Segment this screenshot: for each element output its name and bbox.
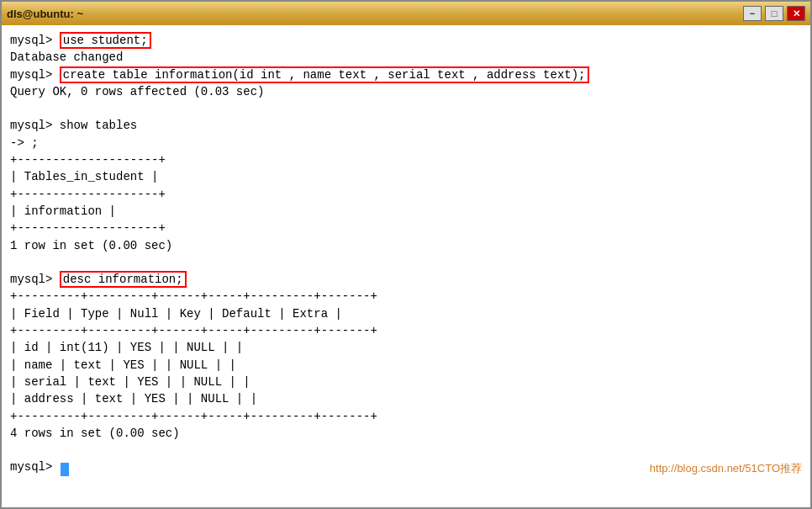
terminal-line: | name | text | YES | | NULL | | (10, 357, 802, 374)
terminal-line: | Tables_in_student | (10, 168, 802, 185)
maximize-button[interactable]: □ (765, 6, 783, 21)
prompt: mysql> (10, 460, 60, 474)
watermark: http://blog.csdn.net/51CTO推荐 (650, 461, 802, 477)
terminal-line: +--------------------+ (10, 151, 802, 168)
terminal-line: +--------------------+ (10, 220, 802, 236)
cursor (61, 463, 69, 476)
terminal-line: +---------+---------+------+-----+------… (10, 322, 802, 339)
terminal-line: | information | (10, 203, 802, 220)
terminal-line: mysql> create table information(id int ,… (10, 66, 802, 83)
minimize-button[interactable]: − (743, 6, 762, 21)
terminal-line: | address | text | YES | | NULL | | (10, 390, 802, 407)
terminal-content: mysql> use student;Database changedmysql… (10, 32, 802, 476)
title-bar: dls@ubuntu: ~ − □ ✕ (2, 2, 810, 25)
command-boxed: create table information(id int , name t… (60, 66, 589, 83)
prompt: mysql> (10, 273, 60, 286)
terminal-line: Database changed (10, 49, 802, 66)
window-title: dls@ubuntu: ~ (7, 8, 83, 20)
terminal-line: mysql> use student; (10, 32, 802, 49)
terminal-line: +--------------------+ (10, 186, 802, 203)
terminal-line: 4 rows in set (0.00 sec) (10, 425, 802, 442)
command-boxed: desc information; (60, 271, 187, 288)
command-boxed: use student; (60, 32, 151, 49)
terminal-line: -> ; (10, 135, 802, 151)
prompt: mysql> (10, 68, 60, 82)
terminal-line: | Field | Type | Null | Key | Default | … (10, 305, 802, 322)
terminal-line: | id | int(11) | YES | | NULL | | (10, 339, 802, 356)
terminal-body[interactable]: mysql> use student;Database changedmysql… (2, 25, 810, 507)
terminal-window: dls@ubuntu: ~ − □ ✕ mysql> use student;D… (0, 0, 812, 509)
terminal-line (10, 100, 802, 117)
terminal-line: mysql> show tables (10, 117, 802, 134)
terminal-line (10, 442, 802, 459)
terminal-line: | serial | text | YES | | NULL | | (10, 374, 802, 390)
terminal-line: Query OK, 0 rows affected (0.03 sec) (10, 83, 802, 100)
window-controls: − □ ✕ (743, 6, 805, 21)
terminal-line: mysql> desc information; (10, 271, 802, 288)
terminal-line: 1 row in set (0.00 sec) (10, 237, 802, 254)
terminal-line: +---------+---------+------+-----+------… (10, 408, 802, 425)
close-button[interactable]: ✕ (787, 6, 805, 21)
terminal-line: +---------+---------+------+-----+------… (10, 288, 802, 305)
terminal-line (10, 254, 802, 271)
prompt: mysql> (10, 34, 60, 47)
